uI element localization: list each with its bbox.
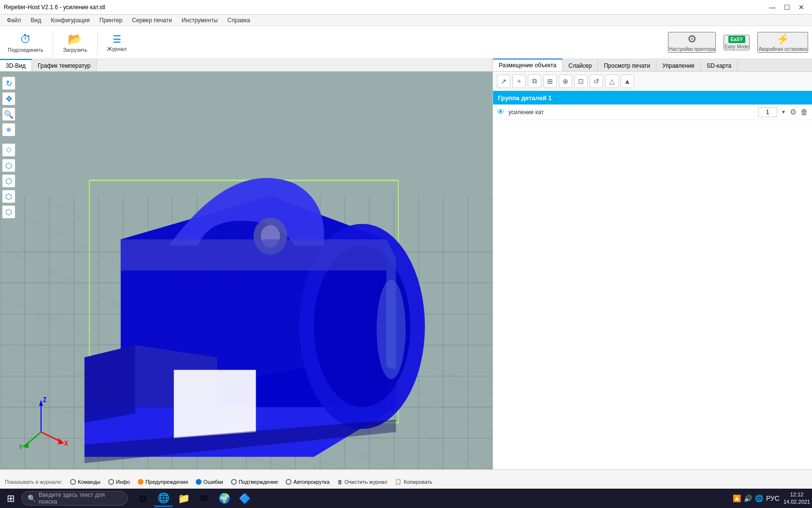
copy-log-button[interactable]: 📋 Копировать xyxy=(395,478,432,485)
visibility-icon[interactable]: 👁 xyxy=(497,108,505,117)
export-button[interactable]: ↗ xyxy=(497,75,510,88)
taskbar-edge[interactable]: 🌐 xyxy=(154,490,173,507)
connect-label: Подсоединить xyxy=(8,47,43,53)
tab-3d-view[interactable]: 3D-Вид xyxy=(0,59,32,71)
errors-radio[interactable] xyxy=(196,479,202,485)
add-object-button[interactable]: ＋ xyxy=(512,75,526,88)
rotate-object-button[interactable]: ↺ xyxy=(590,75,603,88)
tray-expand-icon[interactable]: 🔼 xyxy=(733,494,741,502)
group-title: Группа деталей 1 xyxy=(498,94,551,102)
printer-settings-button[interactable]: ⚙ Настройки принтера xyxy=(668,32,716,53)
load-button[interactable]: 📂 Загрузить xyxy=(59,28,91,57)
grid-svg: Z X Y xyxy=(0,72,493,469)
tray-volume-icon[interactable]: 🔊 xyxy=(744,494,752,502)
left-tools-panel: ↻ ✥ 🔍 ⊕ ⬡ ⬡ ⬡ ⬡ ⬡ xyxy=(2,76,15,219)
copy-label: Копировать xyxy=(404,479,432,485)
taskbar-taskview[interactable]: ⧉ xyxy=(133,490,153,507)
taskbar-folder[interactable]: 📁 xyxy=(174,490,193,507)
copy-icon: 📋 xyxy=(395,478,402,485)
taskbar-apps: ⧉ 🌐 📁 ✉ 🌍 🔷 xyxy=(133,490,254,507)
easy-badge: EaSY xyxy=(728,36,746,43)
object-settings-icon[interactable]: ⚙ xyxy=(790,107,797,117)
tab-control[interactable]: Управление xyxy=(656,59,701,71)
tab-placement[interactable]: Размещение объекта xyxy=(493,59,563,71)
tab-preview[interactable]: Просмотр печати xyxy=(598,59,656,71)
clear-icon: 🗑 xyxy=(337,479,343,485)
object-count-input[interactable] xyxy=(758,107,777,117)
menu-file[interactable]: Файл xyxy=(2,15,26,26)
pan-button[interactable]: ⊕ xyxy=(2,123,15,136)
clear-log-button[interactable]: 🗑 Очистить журнал xyxy=(337,479,388,485)
toolbar-separator-2 xyxy=(97,30,98,55)
mirror1-button[interactable]: △ xyxy=(605,75,619,88)
right-tabs: Размещение объекта Слайсер Просмотр печа… xyxy=(493,59,812,72)
warnings-radio[interactable] xyxy=(138,479,144,485)
fit-button[interactable]: ⊡ xyxy=(574,75,588,88)
log-label: Показывать в журнале: xyxy=(5,479,62,485)
object-delete-icon[interactable]: 🗑 xyxy=(800,108,808,117)
3d-viewport[interactable]: Z X Y ↻ ✥ 🔍 ⊕ xyxy=(0,72,493,469)
group-header: Группа деталей 1 xyxy=(493,91,812,105)
tab-temp-graph[interactable]: График температур xyxy=(32,59,97,71)
tray-network-icon[interactable]: 🌐 xyxy=(755,494,763,502)
taskbar-right: 🔼 🔊 🌐 РУС 12:12 14.02.2021 xyxy=(733,491,810,506)
mirror2-button[interactable]: ▲ xyxy=(621,75,634,88)
commands-label: Команды xyxy=(78,479,101,485)
menu-bar: Файл Вид Конфигурация Принтер Сервер печ… xyxy=(0,15,812,26)
start-button[interactable]: ⊞ xyxy=(2,490,19,507)
taskbar-chrome[interactable]: 🌍 xyxy=(215,490,234,507)
autoscroll-radio[interactable] xyxy=(286,479,291,485)
view-top-button[interactable]: ⬡ xyxy=(2,159,15,172)
emergency-label: Аварийная остановка xyxy=(758,46,807,52)
menu-config[interactable]: Конфигурация xyxy=(46,15,95,26)
time-display[interactable]: 12:12 14.02.2021 xyxy=(783,491,810,506)
svg-text:Y: Y xyxy=(19,443,23,451)
view-custom-button[interactable]: ⬡ xyxy=(2,205,15,219)
move-view-button[interactable]: ✥ xyxy=(2,92,15,105)
log-button[interactable]: ☰ Журнал xyxy=(103,28,130,57)
menu-print-server[interactable]: Сервер печати xyxy=(127,15,177,26)
view-front-button[interactable]: ⬡ xyxy=(2,174,15,188)
count-dropdown-icon[interactable]: ▼ xyxy=(781,109,786,115)
easy-mode-button[interactable]: EaSY Easy Mode xyxy=(724,35,750,50)
rotate-view-button[interactable]: ↻ xyxy=(2,76,15,90)
grid-arrange-button[interactable]: ⊞ xyxy=(543,75,557,88)
object-name: усиление кат xyxy=(508,109,754,116)
svg-marker-49 xyxy=(174,370,256,438)
view-right-button[interactable]: ⬡ xyxy=(2,190,15,203)
menu-printer[interactable]: Принтер xyxy=(95,15,127,26)
menu-view[interactable]: Вид xyxy=(26,15,46,26)
minimize-button[interactable]: — xyxy=(766,0,779,14)
log-option-errors: Ошибки xyxy=(196,479,223,485)
object-row: 👁 усиление кат ▼ ⚙ 🗑 xyxy=(493,105,812,120)
tab-sdcard[interactable]: SD-карта xyxy=(701,59,738,71)
autoscroll-label: Автопрокрутка xyxy=(293,479,330,485)
view-iso-button[interactable]: ⬡ xyxy=(2,143,15,157)
close-button[interactable]: ✕ xyxy=(795,0,808,14)
emergency-button[interactable]: ⚡ Аварийная остановка xyxy=(757,32,808,53)
log-option-confirm: Подтверждение xyxy=(231,479,278,485)
svg-marker-50 xyxy=(121,239,386,270)
printer-settings-label: Настройки принтера xyxy=(669,46,715,52)
settings-icon: ⚙ xyxy=(687,33,697,45)
connect-button[interactable]: ⏱ Подсоединить xyxy=(4,28,47,57)
taskbar-app6[interactable]: 🔷 xyxy=(235,490,254,507)
zoom-button[interactable]: 🔍 xyxy=(2,107,15,121)
taskbar-mail[interactable]: ✉ xyxy=(194,490,214,507)
svg-text:Z: Z xyxy=(43,396,47,404)
tab-slicer[interactable]: Слайсер xyxy=(563,59,598,71)
menu-help[interactable]: Справка xyxy=(223,15,255,26)
load-label: Загрузить xyxy=(63,47,87,53)
commands-radio[interactable] xyxy=(70,479,76,485)
taskbar-search[interactable]: 🔍 Введите здесь текст для поиска xyxy=(21,491,128,506)
emergency-icon: ⚡ xyxy=(776,33,789,45)
load-icon: 📂 xyxy=(68,32,82,46)
maximize-button[interactable]: ☐ xyxy=(780,0,794,14)
confirm-radio[interactable] xyxy=(231,479,237,485)
right-toolbar-group: ⚙ Настройки принтера EaSY Easy Mode ⚡ Ав… xyxy=(668,32,808,53)
center-button[interactable]: ⊕ xyxy=(559,75,572,88)
copy-object-button[interactable]: ⧉ xyxy=(528,75,541,88)
menu-tools[interactable]: Инструменты xyxy=(177,15,223,26)
info-radio[interactable] xyxy=(108,479,114,485)
svg-point-54 xyxy=(377,280,406,379)
